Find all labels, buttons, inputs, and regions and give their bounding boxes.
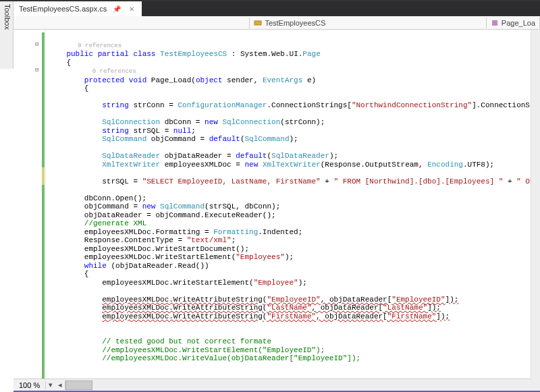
zoom-dropdown-icon[interactable]: ▾ <box>46 381 55 389</box>
method-dropdown[interactable]: Page_Loa <box>487 18 540 28</box>
vertical-scrollbar[interactable] <box>531 30 540 380</box>
class-name: TestEmployeesCS <box>265 19 325 27</box>
code-editor[interactable]: ⊟ ⊟ 0 references public partial class Te… <box>14 30 540 379</box>
status-bar: 100 % ▾ ◂ <box>14 379 540 391</box>
change-indicator <box>42 185 45 379</box>
svg-rect-0 <box>254 21 261 25</box>
change-indicator <box>42 167 45 185</box>
scroll-thumb[interactable] <box>65 381 92 390</box>
horizontal-scrollbar[interactable] <box>65 381 540 390</box>
scope-dropdown[interactable] <box>14 18 250 28</box>
document-tab-bar: TestEmployeesCS.aspx.cs 📌 ✕ <box>14 1 540 16</box>
tab-title: TestEmployeesCS.aspx.cs <box>19 5 107 13</box>
gutter: ⊟ ⊟ <box>14 30 46 379</box>
svg-rect-1 <box>492 20 497 26</box>
navigation-bar: TestEmployeesCS Page_Loa <box>14 16 540 30</box>
fold-icon[interactable]: ⊟ <box>35 40 38 48</box>
zoom-level[interactable]: 100 % <box>14 381 46 389</box>
codelens[interactable]: 0 references <box>49 68 136 75</box>
class-icon <box>254 19 262 27</box>
method-icon <box>491 19 499 27</box>
scroll-left-icon[interactable]: ◂ <box>55 381 65 389</box>
active-tab[interactable]: TestEmployeesCS.aspx.cs 📌 ✕ <box>14 1 142 16</box>
toolbox-panel[interactable]: Toolbox <box>0 1 14 69</box>
code-content[interactable]: 0 references public partial class TestEm… <box>46 30 540 379</box>
pin-icon[interactable]: 📌 <box>111 5 123 13</box>
fold-icon[interactable]: ⊟ <box>35 66 38 74</box>
method-name: Page_Loa <box>502 19 535 27</box>
close-icon[interactable]: ✕ <box>127 5 136 13</box>
change-indicator <box>42 32 45 167</box>
class-dropdown[interactable]: TestEmployeesCS <box>250 18 486 28</box>
codelens[interactable]: 0 references <box>49 43 122 49</box>
